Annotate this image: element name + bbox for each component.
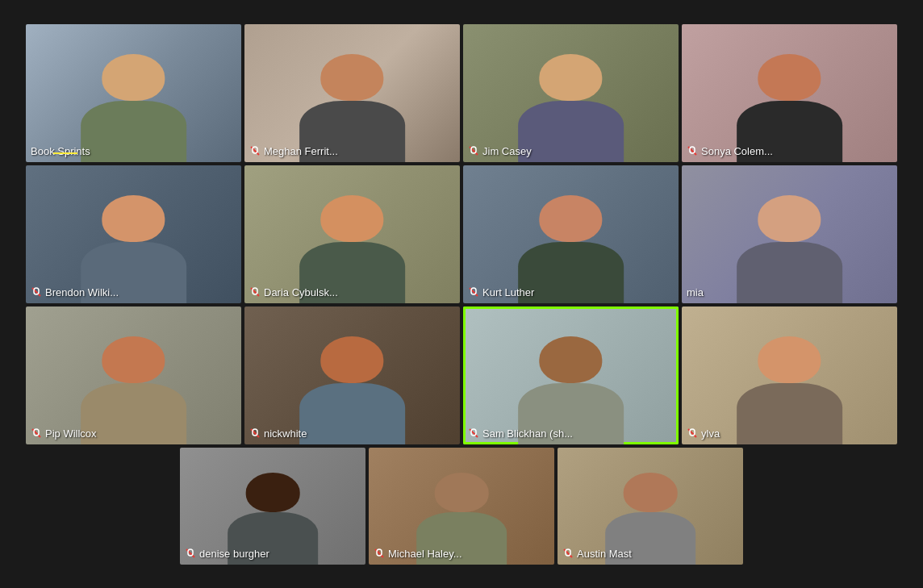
participant-3-name: Jim Casey [482, 145, 532, 157]
tile-book-sprints[interactable]: Book Sprints [26, 24, 241, 162]
tile-meghan[interactable]: Meghan Ferrit... [244, 24, 460, 162]
mic-muted-icon-6 [249, 286, 261, 298]
tile-michael[interactable]: Michael Haley... [369, 448, 554, 565]
mic-muted-icon-15 [562, 548, 574, 559]
tile-pip[interactable]: Pip Willcox [26, 307, 241, 444]
mic-muted-icon-2 [249, 145, 261, 156]
tile-denise[interactable]: denise burgher [180, 448, 365, 565]
row-4: denise burgher Michael Haley... [26, 448, 897, 565]
participant-name-6: Daria Cybulsk... [249, 286, 338, 298]
participant-13-name: denise burgher [199, 548, 269, 560]
participant-name-2: Meghan Ferrit... [249, 145, 338, 157]
participant-12-name: ylva [701, 427, 720, 440]
tile-austin[interactable]: Austin Mast [558, 448, 743, 565]
tile-daria[interactable]: Daria Cybulsk... [244, 165, 460, 303]
participant-name-9: Pip Willcox [31, 427, 97, 440]
participant-7-name: Kurt Luther [482, 286, 534, 298]
participant-name-8: mia [687, 286, 704, 298]
tile-mia[interactable]: mia [682, 165, 897, 303]
video-grid: Book Sprints Meghan Ferrit... [26, 24, 897, 565]
mic-muted-icon-3 [468, 145, 479, 156]
participant-8-name: mia [687, 286, 704, 298]
mic-muted-icon-11 [468, 427, 479, 439]
participant-name-11: Sam Blickhan (sh... [468, 427, 573, 440]
mic-muted-icon-4 [687, 145, 698, 156]
tile-sam[interactable]: Sam Blickhan (sh... [463, 307, 679, 444]
row-1: Book Sprints Meghan Ferrit... [26, 24, 897, 162]
row-3: Pip Willcox nickwhite [26, 307, 897, 444]
participant-10-name: nickwhite [264, 427, 307, 440]
participant-name-7: Kurt Luther [468, 286, 534, 298]
participant-name-10: nickwhite [249, 427, 307, 440]
participant-5-name: Brendon Wilki... [45, 286, 119, 298]
participant-6-name: Daria Cybulsk... [264, 286, 338, 298]
name-underline-1 [53, 152, 77, 154]
participant-11-name: Sam Blickhan (sh... [482, 427, 573, 440]
tile-ylva[interactable]: ylva [682, 307, 897, 444]
participant-name-1: Book Sprints [31, 145, 90, 157]
participant-name-12: ylva [687, 427, 720, 440]
participant-14-name: Michael Haley... [388, 548, 462, 560]
tile-brendon[interactable]: Brendon Wilki... [26, 165, 241, 303]
participant-1-name: Book Sprints [31, 145, 90, 157]
tile-sonya[interactable]: Sonya Colem... [682, 24, 897, 162]
tile-jim[interactable]: Jim Casey [463, 24, 679, 162]
participant-name-14: Michael Haley... [374, 548, 462, 560]
mic-muted-icon-5 [31, 286, 42, 298]
mic-muted-icon-14 [374, 548, 385, 559]
mic-muted-icon-10 [249, 427, 261, 439]
participant-name-5: Brendon Wilki... [31, 286, 119, 298]
participant-name-15: Austin Mast [562, 548, 632, 560]
row-2: Brendon Wilki... Daria Cybulsk... [26, 165, 897, 303]
participant-4-name: Sonya Colem... [701, 145, 773, 157]
mic-muted-icon-13 [185, 548, 196, 559]
participant-name-3: Jim Casey [468, 145, 532, 157]
participant-name-4: Sonya Colem... [687, 145, 773, 157]
tile-kurt[interactable]: Kurt Luther [463, 165, 679, 303]
participant-9-name: Pip Willcox [45, 427, 97, 440]
participant-name-13: denise burgher [185, 548, 269, 560]
mic-muted-icon-12 [687, 427, 698, 439]
participant-15-name: Austin Mast [577, 548, 632, 560]
participant-2-name: Meghan Ferrit... [264, 145, 338, 157]
tile-nickwhite[interactable]: nickwhite [244, 307, 460, 444]
mic-muted-icon-7 [468, 286, 479, 298]
mic-muted-icon-9 [31, 427, 42, 439]
